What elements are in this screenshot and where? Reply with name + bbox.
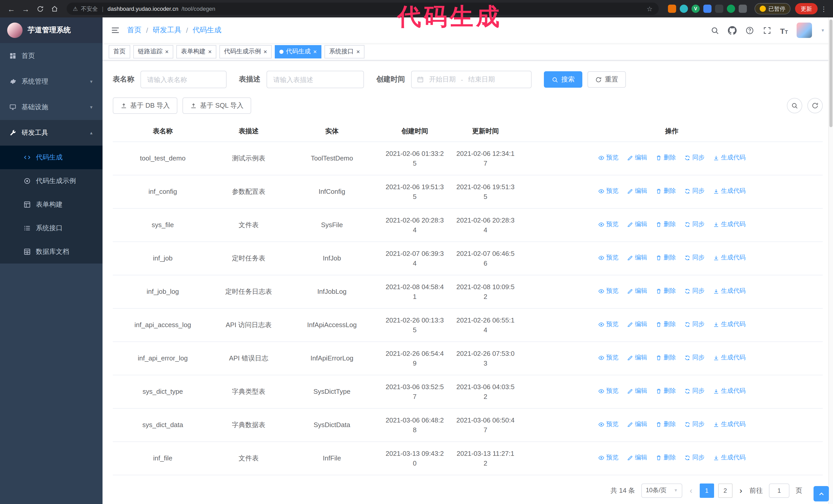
leaf-extension-icon[interactable] [727, 5, 735, 13]
sync-link[interactable]: 同步 [684, 386, 705, 396]
generate-code-link[interactable]: 生成代码 [713, 419, 745, 429]
sidebar-subitem-codegen-example[interactable]: 代码生成示例 [0, 169, 102, 193]
delete-link[interactable]: 删除 [656, 353, 676, 363]
tab-form-builder[interactable]: 表单构建× [176, 45, 216, 58]
edit-link[interactable]: 编辑 [627, 220, 647, 230]
generate-code-link[interactable]: 生成代码 [713, 286, 745, 296]
sidebar-subitem-form-builder[interactable]: 表单构建 [0, 193, 102, 216]
tab-codegen-example[interactable]: 代码生成示例× [219, 45, 272, 58]
browser-home-button[interactable] [48, 3, 61, 15]
table-name-input[interactable] [140, 71, 227, 88]
dark-extension-icon[interactable] [715, 5, 723, 13]
page-button-2[interactable]: 2 [718, 483, 732, 498]
sidebar-item-dev-tools[interactable]: 研发工具▲ [0, 120, 102, 146]
delete-link[interactable]: 删除 [656, 286, 676, 296]
sync-link[interactable]: 同步 [684, 419, 705, 429]
browser-reload-button[interactable] [34, 3, 46, 15]
preview-link[interactable]: 预览 [598, 320, 618, 330]
generate-code-link[interactable]: 生成代码 [713, 186, 745, 196]
address-bar[interactable]: ⚠ 不安全 | dashboard.yudao.iocoder.cn/tool/… [67, 3, 659, 15]
preview-link[interactable]: 预览 [598, 153, 618, 163]
preview-link[interactable]: 预览 [598, 186, 618, 196]
preview-link[interactable]: 预览 [598, 453, 618, 463]
breadcrumb-item[interactable]: 研发工具 [153, 26, 182, 35]
preview-link[interactable]: 预览 [598, 220, 618, 230]
scrollbar-thumb[interactable] [829, 20, 832, 127]
browser-forward-button[interactable]: → [20, 3, 32, 15]
sync-link[interactable]: 同步 [684, 186, 705, 196]
search-button[interactable]: 搜索 [544, 71, 582, 88]
browser-back-button[interactable]: ← [5, 3, 18, 15]
generate-code-link[interactable]: 生成代码 [713, 386, 745, 396]
help-icon[interactable] [745, 26, 754, 34]
sync-link[interactable]: 同步 [684, 353, 705, 363]
tab-codegen[interactable]: 代码生成× [275, 45, 322, 58]
tab-system-api[interactable]: 系统接口× [325, 45, 364, 58]
grey-pin-extension-icon[interactable] [739, 5, 747, 13]
delete-link[interactable]: 删除 [656, 186, 676, 196]
fullscreen-icon[interactable] [763, 26, 771, 34]
table-desc-input[interactable] [266, 71, 364, 88]
browser-update-button[interactable]: 更新 [795, 3, 818, 14]
breadcrumb-item[interactable]: 代码生成 [193, 26, 221, 35]
generate-code-link[interactable]: 生成代码 [713, 353, 745, 363]
sidebar-item-system-management[interactable]: 系统管理▼ [0, 69, 102, 94]
refresh-table-button[interactable] [807, 98, 823, 113]
sidebar-subitem-db-doc[interactable]: 数据库文档 [0, 240, 102, 264]
close-icon[interactable]: × [356, 48, 360, 55]
edit-link[interactable]: 编辑 [627, 419, 647, 429]
goto-page-input[interactable] [769, 483, 789, 498]
close-icon[interactable]: × [165, 48, 169, 55]
sidebar-subitem-system-api[interactable]: 系统接口 [0, 216, 102, 240]
teal-extension-icon[interactable] [680, 5, 688, 13]
delete-link[interactable]: 删除 [656, 419, 676, 429]
import-db-button[interactable]: 基于 DB 导入 [113, 97, 177, 114]
generate-code-link[interactable]: 生成代码 [713, 153, 745, 163]
preview-link[interactable]: 预览 [598, 419, 618, 429]
breadcrumb-item[interactable]: 首页 [127, 26, 142, 35]
prev-page-button[interactable]: ‹ [689, 486, 694, 495]
next-page-button[interactable]: › [738, 486, 743, 495]
edit-link[interactable]: 编辑 [627, 153, 647, 163]
delete-link[interactable]: 删除 [656, 253, 676, 263]
browser-scrollbar[interactable] [828, 18, 833, 504]
delete-link[interactable]: 删除 [656, 220, 676, 230]
sync-link[interactable]: 同步 [684, 220, 705, 230]
close-icon[interactable]: × [208, 48, 212, 55]
preview-link[interactable]: 预览 [598, 386, 618, 396]
generate-code-link[interactable]: 生成代码 [713, 453, 745, 463]
edit-link[interactable]: 编辑 [627, 286, 647, 296]
close-icon[interactable]: × [263, 48, 267, 55]
close-icon[interactable]: × [313, 48, 317, 55]
edit-link[interactable]: 编辑 [627, 353, 647, 363]
sidebar-item-home[interactable]: 首页 [0, 43, 102, 69]
tab-home[interactable]: 首页 [109, 45, 130, 58]
blue-grid-extension-icon[interactable] [703, 5, 712, 13]
sync-link[interactable]: 同步 [684, 253, 705, 263]
bookmark-star-icon[interactable]: ☆ [647, 5, 652, 13]
preview-link[interactable]: 预览 [598, 353, 618, 363]
browser-menu-icon[interactable]: ⋮ [820, 5, 828, 13]
generate-code-link[interactable]: 生成代码 [713, 320, 745, 330]
float-action-button[interactable] [813, 486, 829, 501]
sync-link[interactable]: 同步 [684, 453, 705, 463]
reset-button[interactable]: 重置 [588, 71, 626, 88]
chevron-down-icon[interactable]: ▼ [821, 28, 825, 32]
generate-code-link[interactable]: 生成代码 [713, 220, 745, 230]
fox-extension-icon[interactable] [668, 5, 676, 13]
sync-link[interactable]: 同步 [684, 286, 705, 296]
logo[interactable]: 芋道管理系统 [0, 18, 102, 43]
delete-link[interactable]: 删除 [656, 453, 676, 463]
sidebar-item-infrastructure[interactable]: 基础设施▼ [0, 94, 102, 120]
edit-link[interactable]: 编辑 [627, 386, 647, 396]
paused-badge[interactable]: 已暂停 [755, 3, 790, 14]
delete-link[interactable]: 删除 [656, 153, 676, 163]
edit-link[interactable]: 编辑 [627, 186, 647, 196]
delete-link[interactable]: 删除 [656, 386, 676, 396]
page-size-select[interactable]: 10条/页 ▼ [641, 483, 682, 498]
sync-link[interactable]: 同步 [684, 320, 705, 330]
sidebar-subitem-codegen[interactable]: 代码生成 [0, 146, 102, 169]
sidebar-collapse-button[interactable] [111, 26, 120, 35]
font-size-icon[interactable]: TT [780, 26, 788, 34]
edit-link[interactable]: 编辑 [627, 320, 647, 330]
